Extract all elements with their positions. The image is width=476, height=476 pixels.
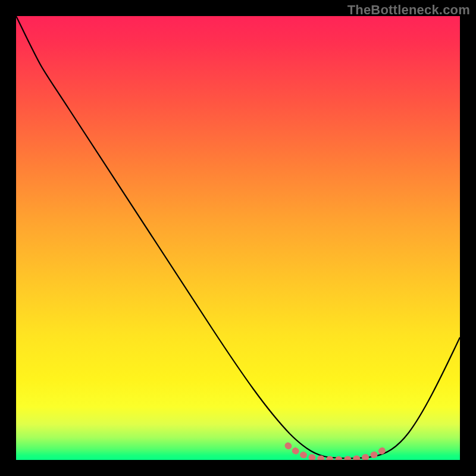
watermark-text: TheBottleneck.com — [347, 2, 470, 18]
plot-area — [16, 16, 460, 460]
chart-curve-svg — [16, 16, 460, 460]
chart-container: TheBottleneck.com — [0, 0, 476, 476]
bottleneck-curve-path — [16, 16, 460, 458]
